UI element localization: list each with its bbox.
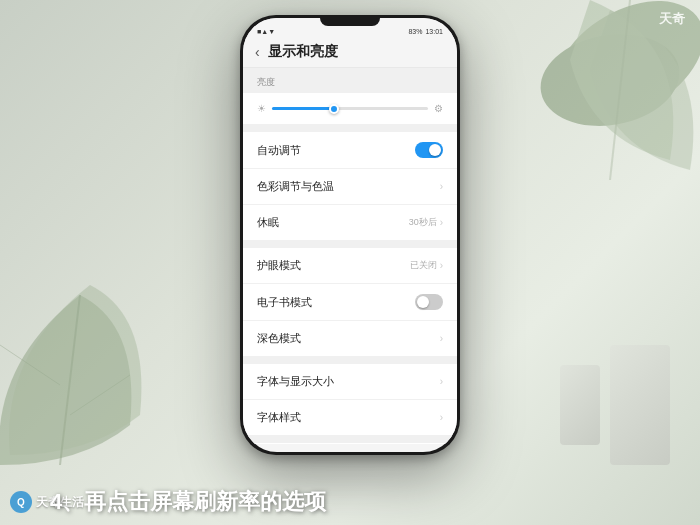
- brightness-slider-fill: [272, 107, 334, 110]
- chevron-icon: ›: [440, 412, 443, 423]
- resolution-card: 智能分辨率 屏幕刷新率 高 ›: [243, 443, 457, 444]
- brightness-low-icon: ☀: [257, 103, 266, 114]
- auto-group-card: 自动调节 色彩调节与色温 › 休眠 30秒后 ›: [243, 132, 457, 240]
- brightness-card: 亮度 ☀ ⚙: [243, 68, 457, 124]
- back-button[interactable]: ‹: [255, 44, 260, 60]
- brightness-settings-icon: ⚙: [434, 103, 443, 114]
- sleep-label: 休眠: [257, 215, 279, 230]
- subtitle-text: 4、再点击屏幕刷新率的选项: [40, 487, 660, 517]
- font-size-label: 字体与显示大小: [257, 374, 334, 389]
- status-signal: ■▲▼: [257, 28, 275, 35]
- protection-card: 护眼模式 已关闭 › 电子书模式 深色模式 ›: [243, 248, 457, 356]
- smart-resolution-row[interactable]: 智能分辨率: [243, 443, 457, 444]
- chevron-icon: ›: [440, 376, 443, 387]
- font-style-value: ›: [440, 412, 443, 423]
- font-size-row[interactable]: 字体与显示大小 ›: [243, 364, 457, 400]
- sleep-value: 30秒后 ›: [409, 216, 443, 229]
- eye-protection-row[interactable]: 护眼模式 已关闭 ›: [243, 248, 457, 284]
- phone-screen: ■▲▼ 83% 13:01 ‹ 显示和亮度 亮度 ☀: [243, 18, 457, 452]
- watermark: 天奇: [659, 10, 685, 28]
- leaf-bottom-left-decoration: [0, 285, 160, 485]
- color-adjustment-label: 色彩调节与色温: [257, 179, 334, 194]
- auto-adjust-knob: [429, 144, 441, 156]
- dark-mode-label: 深色模式: [257, 331, 301, 346]
- font-style-label: 字体样式: [257, 410, 301, 425]
- color-adjustment-row[interactable]: 色彩调节与色温 ›: [243, 169, 457, 205]
- phone-frame: ■▲▼ 83% 13:01 ‹ 显示和亮度 亮度 ☀: [240, 15, 460, 455]
- ebook-label: 电子书模式: [257, 295, 312, 310]
- auto-adjust-label: 自动调节: [257, 143, 301, 158]
- brightness-slider-row[interactable]: ☀ ⚙: [243, 93, 457, 124]
- sleep-row[interactable]: 休眠 30秒后 ›: [243, 205, 457, 240]
- chevron-icon: ›: [440, 181, 443, 192]
- logo-icon: Q: [10, 491, 32, 513]
- dark-mode-value: ›: [440, 333, 443, 344]
- eye-protection-label: 护眼模式: [257, 258, 301, 273]
- ebook-knob: [417, 296, 429, 308]
- eye-protection-value: 已关闭 ›: [410, 259, 443, 272]
- settings-content[interactable]: 亮度 ☀ ⚙ 自动调节: [243, 68, 457, 444]
- cylinder-decoration-2: [560, 365, 600, 445]
- chevron-icon: ›: [440, 217, 443, 228]
- battery-indicator: 83%: [408, 28, 422, 35]
- color-adjustment-value: ›: [440, 181, 443, 192]
- brightness-slider-track[interactable]: [272, 107, 428, 110]
- page-title: 显示和亮度: [268, 43, 338, 61]
- dark-mode-row[interactable]: 深色模式 ›: [243, 321, 457, 356]
- ebook-row[interactable]: 电子书模式: [243, 284, 457, 321]
- phone-notch: [320, 18, 380, 26]
- auto-adjust-toggle[interactable]: [415, 142, 443, 158]
- leaf-top-right-decoration: [510, 0, 700, 200]
- chevron-icon: ›: [440, 333, 443, 344]
- status-right-group: 83% 13:01: [408, 28, 443, 35]
- brightness-slider-thumb[interactable]: [329, 104, 339, 114]
- auto-adjust-row[interactable]: 自动调节: [243, 132, 457, 169]
- time-display: 13:01: [425, 28, 443, 35]
- font-size-value: ›: [440, 376, 443, 387]
- brightness-label: 亮度: [243, 68, 457, 93]
- cylinder-decoration-1: [610, 345, 670, 465]
- font-card: 字体与显示大小 › 字体样式 ›: [243, 364, 457, 435]
- chevron-icon: ›: [440, 260, 443, 271]
- navigation-bar: ‹ 显示和亮度: [243, 39, 457, 68]
- phone-mockup: ■▲▼ 83% 13:01 ‹ 显示和亮度 亮度 ☀: [240, 15, 460, 455]
- ebook-toggle[interactable]: [415, 294, 443, 310]
- font-style-row[interactable]: 字体样式 ›: [243, 400, 457, 435]
